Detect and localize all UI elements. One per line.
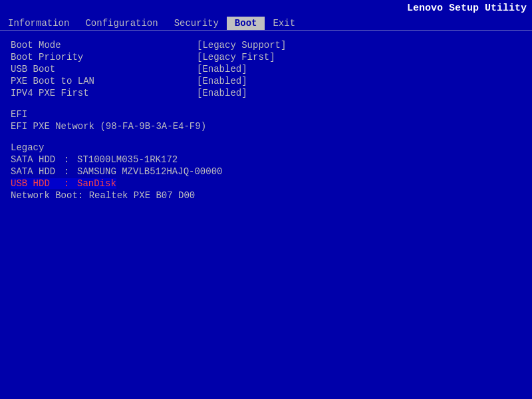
usb-hdd-type: USB HDD xyxy=(11,178,64,189)
usb-hdd-sep: : xyxy=(64,178,77,189)
sata-hdd-1-sep: : xyxy=(64,154,77,165)
bios-screen: Lenovo Setup Utility Information Configu… xyxy=(0,0,532,399)
network-boot-value: Realtek PXE B07 D00 xyxy=(89,190,196,201)
menu-item-configuration[interactable]: Configuration xyxy=(77,17,166,30)
efi-device-row: EFI PXE Network (98-FA-9B-3A-E4-F9) xyxy=(11,121,521,132)
network-boot-row: Network Boot: Realtek PXE B07 D00 xyxy=(11,190,521,201)
main-content: Boot Mode [Legacy Support] Boot Priority… xyxy=(0,33,532,209)
usb-boot-label: USB Boot xyxy=(11,64,197,74)
usb-hdd-row[interactable]: USB HDD : SanDisk xyxy=(11,178,521,189)
ipv4-pxe-label: IPV4 PXE First xyxy=(11,88,197,98)
legacy-section-header: Legacy xyxy=(11,142,521,153)
sata-hdd-2-sep: : xyxy=(64,166,77,177)
boot-mode-value: [Legacy Support] xyxy=(197,40,286,51)
sata-hdd-1-type: SATA HDD xyxy=(11,154,64,165)
pxe-boot-value: [Enabled] xyxy=(197,76,247,86)
efi-section-header: EFI xyxy=(11,109,521,120)
network-boot-label: Network Boot: xyxy=(11,190,89,201)
efi-pxe-network-label: EFI PXE Network (98-FA-9B-3A-E4-F9) xyxy=(11,121,206,132)
sata-hdd-2-name: SAMSUNG MZVLB512HAJQ-00000 xyxy=(77,166,222,177)
boot-mode-label: Boot Mode xyxy=(11,40,197,51)
ipv4-pxe-value: [Enabled] xyxy=(197,88,247,98)
sata-hdd-1-row: SATA HDD : ST1000LM035-1RK172 xyxy=(11,154,521,165)
sata-hdd-1-name: ST1000LM035-1RK172 xyxy=(77,154,178,165)
sata-hdd-2-row: SATA HDD : SAMSUNG MZVLB512HAJQ-00000 xyxy=(11,166,521,177)
app-title: Lenovo Setup Utility xyxy=(407,3,527,14)
sata-hdd-2-type: SATA HDD xyxy=(11,166,64,177)
menu-item-exit[interactable]: Exit xyxy=(265,17,303,30)
boot-priority-label: Boot Priority xyxy=(11,52,197,63)
pxe-boot-row: PXE Boot to LAN [Enabled] xyxy=(11,76,521,86)
pxe-boot-label: PXE Boot to LAN xyxy=(11,76,197,86)
usb-boot-value: [Enabled] xyxy=(197,64,247,74)
menu-bar: Information Configuration Security Boot … xyxy=(0,16,532,31)
usb-boot-row: USB Boot [Enabled] xyxy=(11,64,521,74)
ipv4-pxe-row: IPV4 PXE First [Enabled] xyxy=(11,88,521,98)
boot-priority-row: Boot Priority [Legacy First] xyxy=(11,52,521,63)
menu-item-security[interactable]: Security xyxy=(166,17,227,30)
usb-hdd-name: SanDisk xyxy=(77,178,116,189)
menu-item-information[interactable]: Information xyxy=(0,17,77,30)
boot-mode-row: Boot Mode [Legacy Support] xyxy=(11,40,521,51)
menu-item-boot[interactable]: Boot xyxy=(227,17,265,30)
boot-priority-value: [Legacy First] xyxy=(197,52,275,63)
